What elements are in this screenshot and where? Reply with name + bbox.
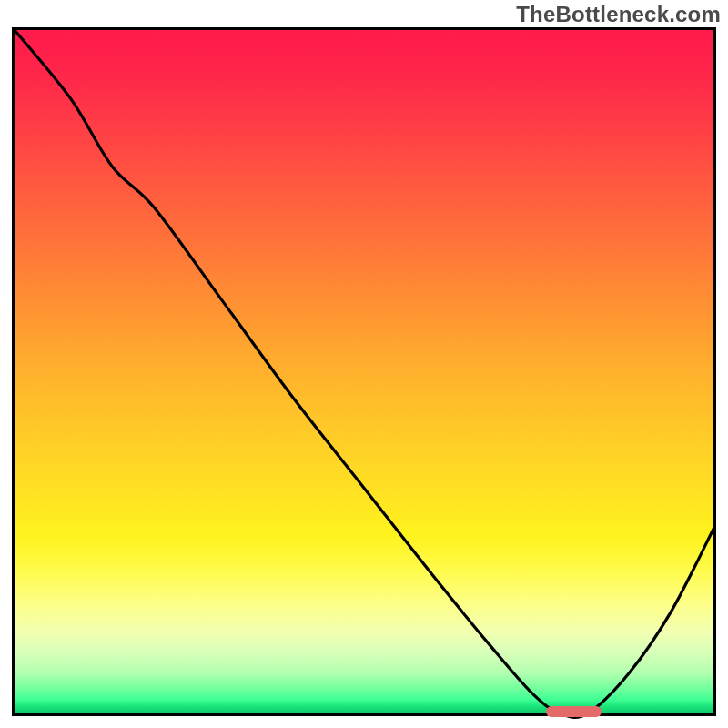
plot-area — [12, 27, 716, 716]
best-range-marker — [546, 706, 602, 717]
curve-svg — [15, 30, 713, 713]
bottleneck-curve — [15, 30, 713, 717]
chart-frame: TheBottleneck.com — [0, 0, 728, 728]
watermark-label: TheBottleneck.com — [516, 2, 721, 27]
